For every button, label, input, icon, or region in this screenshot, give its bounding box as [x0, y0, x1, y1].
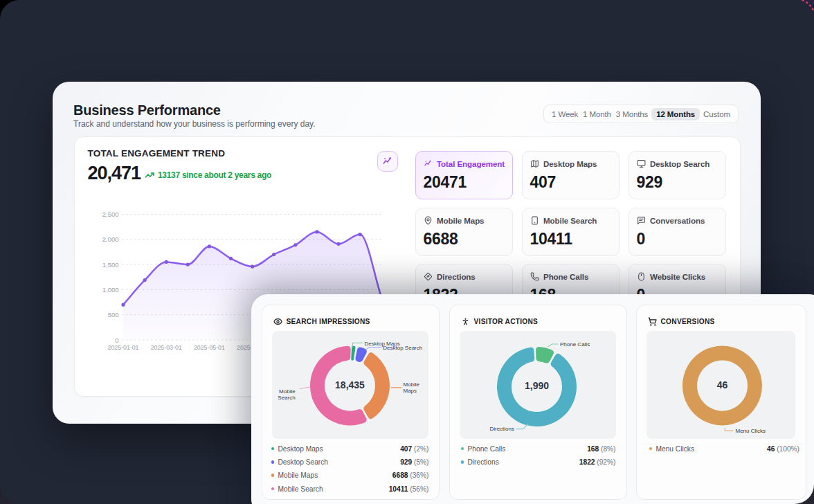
svg-text:Menu Clicks: Menu Clicks	[735, 428, 766, 434]
svg-text:Desktop Search: Desktop Search	[383, 345, 422, 351]
svg-text:Search: Search	[278, 395, 295, 401]
svg-text:46: 46	[716, 379, 727, 390]
svg-text:Mobile: Mobile	[279, 388, 296, 395]
svg-text:2,000: 2,000	[102, 235, 118, 243]
svg-text:2025-03-01: 2025-03-01	[150, 344, 181, 351]
svg-text:Maps: Maps	[403, 388, 417, 394]
svg-text:Mobile: Mobile	[403, 381, 419, 388]
svg-text:Directions: Directions	[489, 426, 514, 432]
svg-text:0: 0	[115, 336, 118, 344]
svg-text:18,435: 18,435	[335, 379, 365, 390]
svg-text:1,990: 1,990	[524, 380, 548, 391]
svg-text:500: 500	[107, 311, 118, 318]
svg-text:2025-05-01: 2025-05-01	[193, 344, 224, 351]
svg-text:2,500: 2,500	[102, 210, 118, 218]
svg-text:Phone Calls: Phone Calls	[560, 341, 590, 348]
svg-text:1,500: 1,500	[102, 261, 118, 269]
svg-text:2025-01-01: 2025-01-01	[107, 344, 138, 351]
svg-text:1,000: 1,000	[102, 286, 118, 294]
